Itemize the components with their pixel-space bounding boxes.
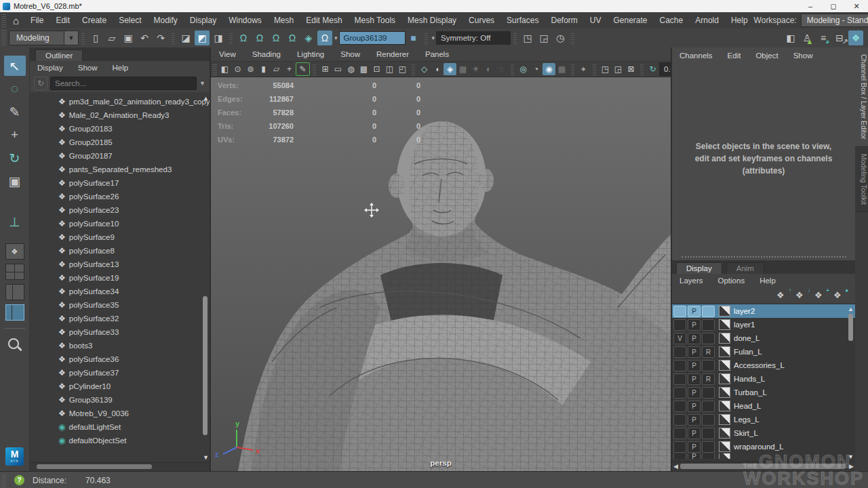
playback-toggle[interactable]: P <box>688 401 701 412</box>
layer-row[interactable]: Pwraparound_L <box>672 440 855 453</box>
search-input[interactable] <box>50 77 197 90</box>
layer-color-swatch[interactable] <box>719 373 730 384</box>
occlusion-icon[interactable]: ◌ <box>495 63 508 75</box>
outliner-item[interactable]: ❖Group36139 <box>30 393 210 407</box>
lasso-tool-icon[interactable]: ◌ <box>4 79 26 99</box>
smooth-shade-icon[interactable]: ◖ <box>431 63 443 75</box>
layer-color-swatch[interactable] <box>719 428 730 439</box>
tab-outliner[interactable]: Outliner <box>35 49 83 61</box>
snap-together-icon[interactable]: Ω <box>317 30 332 45</box>
reference-toggle[interactable]: R <box>702 346 715 358</box>
new-layer-from-selected-icon[interactable]: ❖● <box>833 290 846 301</box>
move-layer-up-icon[interactable]: ❖↑ <box>776 290 789 301</box>
side-tab-modeling-toolkit[interactable]: Modeling Toolkit <box>855 147 868 212</box>
playback-toggle[interactable]: P <box>688 414 701 426</box>
redo-icon[interactable]: ↷ <box>153 30 168 45</box>
outliner-filter-icon[interactable]: ↻ <box>34 77 47 90</box>
outliner-list[interactable]: ❖pm3d_male_02_animation_ready3_copy1❖Mal… <box>30 92 210 462</box>
layer-row[interactable]: PRFulan_L <box>672 345 855 359</box>
menu-surfaces[interactable]: Surfaces <box>500 16 545 25</box>
region-select-icon[interactable]: ⌖ <box>577 63 590 75</box>
layer-row[interactable]: PAccessories_L <box>672 359 855 372</box>
menu-modify[interactable]: Modify <box>147 16 183 25</box>
menu-cache[interactable]: Cache <box>654 16 690 25</box>
outliner-item[interactable]: ❖polySurface34 <box>30 285 210 298</box>
playback-toggle[interactable]: P <box>688 306 701 317</box>
bookmark-icon[interactable]: ▮ <box>257 63 270 75</box>
grid-icon[interactable]: ⊞ <box>319 63 332 75</box>
scroll-down-icon[interactable]: ▼ <box>203 454 209 461</box>
scroll-up-icon[interactable]: ▲ <box>203 95 209 102</box>
playback-toggle[interactable]: P <box>688 346 701 358</box>
outliner-item[interactable]: ❖Male_02_Animation_Ready3 <box>30 108 210 122</box>
snapshot-multi-icon[interactable]: ◲ <box>612 63 625 75</box>
viewport-menu-panels[interactable]: Panels <box>417 50 457 58</box>
visibility-toggle[interactable] <box>673 441 686 453</box>
xray-active-components-icon[interactable]: ◉ <box>542 63 555 75</box>
layer-color-swatch[interactable] <box>719 401 730 411</box>
selection-name-field[interactable]: Group36139 <box>339 31 406 45</box>
select-hierarchy-icon[interactable]: ◪ <box>178 30 193 45</box>
visibility-toggle[interactable] <box>673 319 686 331</box>
reference-toggle[interactable] <box>702 401 715 412</box>
wireframe-icon[interactable]: ◇ <box>418 63 431 75</box>
outliner-item[interactable]: ❖polySurface32 <box>30 312 210 325</box>
outliner-menu-display[interactable]: Display <box>30 64 71 72</box>
menu-display[interactable]: Display <box>184 16 222 25</box>
rotate-tool-icon[interactable]: ↻ <box>4 148 26 168</box>
channel-menu-channels[interactable]: Channels <box>672 52 720 60</box>
menu-create[interactable]: Create <box>76 16 113 25</box>
reference-toggle[interactable] <box>702 428 715 439</box>
layer-row[interactable]: PTurban_L <box>672 386 855 399</box>
layer-list[interactable]: Player2Player1VPdone_LPRFulan_LPAccessor… <box>672 304 855 462</box>
visibility-toggle[interactable] <box>673 414 686 426</box>
resolution-gate-icon[interactable]: ◍ <box>344 63 357 75</box>
layer-menu-options[interactable]: Options <box>711 277 753 285</box>
scroll-down-icon[interactable]: ▼ <box>848 453 854 460</box>
chevron-down-icon[interactable]: ▼ <box>199 80 205 87</box>
outliner-item[interactable]: ❖pm3d_male_02_animation_ready3_copy1 <box>30 95 210 108</box>
undo-icon[interactable]: ↶ <box>137 30 152 45</box>
viewport-canvas[interactable]: y x z Verts:5508400Edges:11286700Faces:5… <box>211 77 671 471</box>
layer-vertical-scrollbar[interactable]: ▲ ▼ <box>847 306 854 460</box>
outliner-persp-layout-button[interactable] <box>5 304 24 321</box>
menu-deform[interactable]: Deform <box>545 16 583 25</box>
save-scene-icon[interactable]: ▣ <box>121 30 136 45</box>
snap-grid-icon[interactable]: Ω <box>236 30 251 45</box>
outliner-item[interactable]: ❖polySurface23 <box>30 203 210 217</box>
playback-toggle[interactable]: P <box>688 387 701 399</box>
layer-row[interactable]: P <box>672 453 855 459</box>
open-scene-icon[interactable]: ▱ <box>104 30 119 45</box>
outliner-item[interactable]: ❖polySurface17 <box>30 176 210 190</box>
reference-toggle[interactable] <box>702 414 715 426</box>
menu-edit[interactable]: Edit <box>50 16 76 25</box>
outliner-item[interactable]: ❖Group20183 <box>30 122 210 136</box>
snap-projected-center-icon[interactable]: Ω <box>285 30 300 45</box>
outliner-item[interactable]: ❖polySurface19 <box>30 271 210 285</box>
outliner-item[interactable]: ❖boots3 <box>30 339 210 352</box>
outliner-item[interactable]: ❖Group20185 <box>30 136 210 149</box>
outliner-item[interactable]: ❖Group20187 <box>30 149 210 163</box>
drag-grip[interactable] <box>1 30 6 45</box>
layer-color-swatch[interactable] <box>719 306 730 317</box>
scrollbar-thumb[interactable] <box>848 314 853 341</box>
outliner-item[interactable]: ❖polySurface36 <box>30 352 210 366</box>
reference-toggle[interactable] <box>702 319 715 331</box>
input-connections-icon[interactable]: ◳ <box>520 30 535 45</box>
viewport-menu-lighting[interactable]: Lighting <box>289 50 332 58</box>
close-button[interactable]: ✕ <box>845 0 868 12</box>
menu-arnold[interactable]: Arnold <box>689 16 725 25</box>
new-scene-icon[interactable]: ▯ <box>88 30 103 45</box>
playback-toggle[interactable]: P <box>688 428 701 439</box>
make-live-icon[interactable]: ◈ <box>301 30 316 45</box>
menu-help[interactable]: Help <box>725 16 754 25</box>
home-icon[interactable]: ⌂ <box>7 15 24 26</box>
menu-mesh[interactable]: Mesh <box>268 16 300 25</box>
outliner-item[interactable]: ❖polySurface33 <box>30 325 210 339</box>
layer-color-swatch[interactable] <box>719 360 730 371</box>
menu-edit-mesh[interactable]: Edit Mesh <box>300 16 348 25</box>
visibility-toggle[interactable] <box>673 453 686 459</box>
selection-mask-icon[interactable]: ■ <box>406 30 421 45</box>
layer-row[interactable]: Player2 <box>672 304 855 318</box>
viewport-menu-shading[interactable]: Shading <box>244 50 289 58</box>
